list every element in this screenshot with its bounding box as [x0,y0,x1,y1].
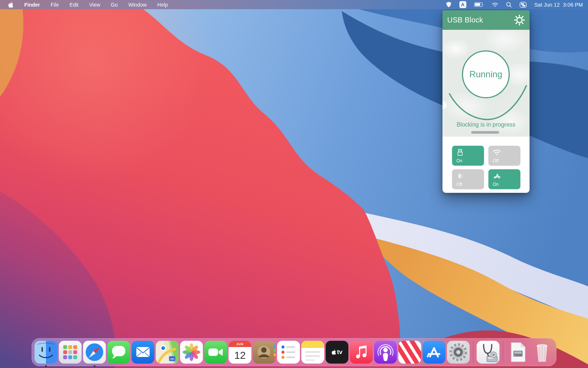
menu-edit[interactable]: Edit [69,2,78,8]
dock-finder[interactable] [35,341,57,364]
tv-logo-text: tv [337,348,343,356]
wifi-toggle-button[interactable]: Off [488,146,520,166]
menubar-time: 3:06 PM [563,2,583,8]
dock-trash[interactable] [531,341,553,364]
calendar-day: 12 [234,350,245,361]
dock: 280 [32,338,556,366]
bluetooth-icon [456,172,464,182]
dock-app-store[interactable] [423,341,445,364]
usb-toggle-state: On [456,158,462,163]
input-source-icon[interactable]: A [459,1,466,8]
menu-bar: Finder File Edit View Go Window Help A [0,0,588,9]
shield-icon[interactable] [446,1,452,8]
running-indicator [45,365,47,367]
wifi-icon[interactable] [492,2,498,7]
dock-mail[interactable] [132,341,154,364]
dock-facetime[interactable] [204,341,227,364]
status-panel: Running Blocking is in progress [442,30,530,137]
dock-music[interactable] [350,341,373,364]
dock-contacts[interactable] [253,341,276,364]
calendar-month: JUN [236,342,244,346]
input-source-letter: A [461,2,464,7]
dock-safari[interactable] [83,341,106,364]
dock-notes[interactable] [301,341,324,364]
menubar-date: Sat Jun 12 [534,2,560,8]
running-indicator [94,365,96,367]
dock-divider [473,342,473,363]
bluetooth-toggle-button[interactable]: Off [452,169,484,189]
apps-toggle-state: On [493,182,499,187]
status-message: Blocking is in progress [442,121,530,128]
dock-maps[interactable]: 280 [156,341,179,364]
menu-view[interactable]: View [89,2,100,8]
menu-help[interactable]: Help [157,2,168,8]
maps-shield-label: 280 [170,358,175,360]
app-store-icon [492,172,501,182]
dock-system-preferences[interactable] [447,341,470,364]
gear-icon[interactable] [514,15,525,25]
bluetooth-toggle-state: Off [456,182,462,187]
usb-toggle-button[interactable]: On [452,146,484,166]
dock-calendar[interactable]: JUN 12 [229,341,251,364]
window-title: USB Block [447,16,483,24]
control-center-icon[interactable] [520,2,527,8]
wifi-icon [492,148,501,158]
progress-track [471,131,499,134]
dock-reminders[interactable] [277,341,300,364]
status-circle-button[interactable]: Running [462,50,510,98]
status-circle-label: Running [469,69,502,79]
menubar-app-name[interactable]: Finder [24,2,40,8]
dock-divider [503,342,503,363]
dock-launchpad[interactable] [59,341,82,364]
menu-file[interactable]: File [51,2,59,8]
dock-tv[interactable]: tv [326,341,348,364]
dock-podcasts[interactable] [374,341,397,364]
dock-news[interactable] [398,341,421,364]
toggle-grid: On Off Off [452,146,520,189]
dock-messages[interactable] [107,341,130,364]
dock-photos[interactable] [180,341,203,364]
menubar-clock[interactable]: Sat Jun 12 3:06 PM [534,2,583,8]
usb-block-header: USB Block [442,10,530,30]
wifi-toggle-state: Off [493,158,499,163]
battery-icon[interactable] [474,2,484,7]
menu-window[interactable]: Window [128,2,147,8]
apple-menu-icon[interactable] [8,1,14,8]
menu-go[interactable]: Go [111,2,118,8]
usb-block-window: USB Block Running Blocking is in progres… [442,10,530,193]
spotlight-search-icon[interactable] [506,2,512,8]
usb-icon [456,148,464,158]
dock-disk-doctor[interactable] [477,341,499,364]
dock-disk-image-file[interactable] [506,341,529,364]
apps-toggle-button[interactable]: On [488,169,520,189]
